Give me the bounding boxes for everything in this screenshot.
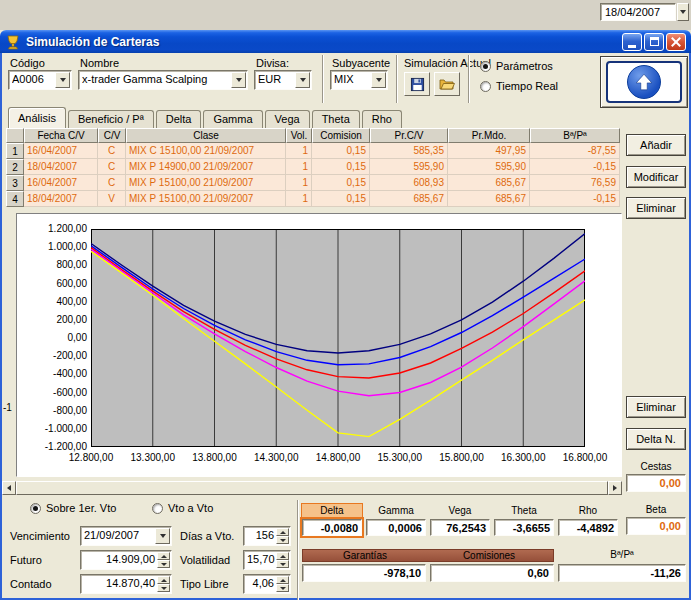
table-row[interactable]: 316/04/2007CMIX P 15100,00 21/09/200710,… [6, 175, 620, 191]
modificar-button[interactable]: Modificar [626, 166, 686, 188]
table-row[interactable]: 418/04/2007VMIX P 15100,00 21/09/200710,… [6, 191, 620, 207]
x-axis-label: 16.300,00 [492, 452, 554, 463]
chevron-down-icon[interactable] [295, 72, 310, 88]
minimize-button[interactable] [622, 33, 642, 51]
table-row[interactable]: 116/04/2007CMIX C 15100,00 21/09/200710,… [6, 143, 620, 159]
tab-rho[interactable]: Rho [362, 110, 402, 128]
spin-down-button[interactable] [157, 584, 170, 592]
cestas-label: Cestas [626, 461, 686, 472]
table-cell: 16/04/2007 [24, 175, 98, 191]
table-row[interactable]: 218/04/2007CMIX P 14900,00 21/09/200710,… [6, 159, 620, 175]
vega-column: Vega76,2543 [430, 504, 490, 536]
row-number-cell: 4 [6, 191, 24, 207]
vencimiento-combo[interactable]: 21/09/2007 [80, 526, 172, 546]
tab-delta[interactable]: Delta [156, 110, 202, 128]
greeks-row: Delta-0,0080Gamma0,0006Vega76,2543Theta-… [302, 504, 622, 536]
volatilidad-spinner[interactable]: 15,70 [243, 550, 291, 570]
date-dropdown-button[interactable] [677, 3, 689, 21]
open-simulation-button[interactable] [434, 72, 460, 96]
chevron-down-icon[interactable] [231, 72, 246, 88]
tipo-libre-label: Tipo Libre [180, 578, 229, 590]
nombre-combo[interactable]: x-trader Gamma Scalping [78, 70, 248, 90]
dias-a-vto-label: Días a Vto. [180, 530, 234, 542]
chevron-down-icon[interactable] [371, 72, 386, 88]
table-header-cell: Vol. [286, 128, 312, 143]
horizontal-scrollbar[interactable] [2, 481, 622, 495]
eliminar-curve-button[interactable]: Eliminar [626, 396, 686, 418]
table-cell: 1 [286, 143, 312, 159]
x-axis-label: 14.300,00 [245, 452, 307, 463]
spin-up-button[interactable] [157, 576, 170, 584]
chevron-down-icon[interactable] [55, 72, 70, 88]
subyacente-combo[interactable]: MIX [330, 70, 388, 90]
spin-up-button[interactable] [276, 552, 289, 560]
vega-value-field: 76,2543 [430, 519, 490, 536]
garantias-value-field: -978,10 [302, 564, 426, 582]
vencimiento-label: Vencimiento [10, 530, 70, 542]
table-cell: 18/04/2007 [24, 191, 98, 207]
x-axis-label: 16.800,00 [554, 452, 616, 463]
tab-gamma[interactable]: Gamma [203, 110, 262, 128]
contado-spinner[interactable]: 14.870,40 [80, 574, 172, 594]
subyacente-label: Subyacente [332, 57, 390, 69]
delta-column: Delta-0,0080 [302, 504, 362, 536]
delta-n-button[interactable]: Delta N. [626, 428, 686, 450]
close-button[interactable] [666, 33, 686, 51]
rho-column: Rho-4,4892 [558, 504, 618, 536]
y-axis-label: 1.000,00 [19, 241, 87, 252]
gamma-label: Gamma [366, 504, 426, 517]
x-axis-label: 14.800,00 [307, 452, 369, 463]
gamma-value-field: 0,0006 [366, 519, 426, 536]
eliminar-button[interactable]: Eliminar [626, 197, 686, 219]
title-bar[interactable]: Simulación de Carteras [0, 30, 691, 53]
scroll-right-button[interactable] [608, 481, 622, 495]
radio-sobre-1er-vto[interactable]: Sobre 1er. Vto [30, 502, 116, 514]
radio-vto-a-vto[interactable]: Vto a Vto [152, 502, 213, 514]
table-header-cell: Fecha C/V [24, 128, 98, 143]
spin-up-button[interactable] [157, 552, 170, 560]
chart-side-index: -1 [3, 402, 12, 413]
simulacion-actual-label: Simulación Actual [404, 57, 491, 69]
table-cell: 1 [286, 191, 312, 207]
tab-beneficio-p[interactable]: Beneficio / Pª [68, 110, 154, 128]
anadir-button[interactable]: Añadir [626, 134, 686, 156]
scroll-left-button[interactable] [2, 481, 16, 495]
table-cell: 0,15 [312, 191, 370, 207]
table-cell: MIX C 15100,00 21/09/2007 [126, 143, 286, 159]
beta-value-field: 0,00 [626, 517, 686, 535]
tab-theta[interactable]: Theta [312, 110, 360, 128]
app-window: Simulación de Carteras Código A0006 Nomb… [0, 30, 691, 600]
spin-up-button[interactable] [276, 576, 289, 584]
table-cell: 1 [286, 175, 312, 191]
spin-up-button[interactable] [276, 528, 289, 536]
positions-table: Fecha C/VC/VClaseVol.ComisionPr.C/VPr.Md… [6, 128, 620, 207]
date-field[interactable]: 18/04/2007 [600, 3, 676, 21]
nombre-label: Nombre [80, 57, 119, 69]
codigo-combo[interactable]: A0006 [8, 70, 72, 90]
save-simulation-button[interactable] [404, 72, 430, 96]
table-cell: 1 [286, 159, 312, 175]
tipo-libre-spinner[interactable]: 4,06 [243, 574, 291, 594]
radio-button-icon [30, 503, 41, 514]
spin-down-button[interactable] [157, 560, 170, 568]
radio-tiempo-real[interactable]: Tiempo Real [480, 80, 558, 92]
dias-a-vto-spinner[interactable]: 156 [243, 526, 291, 546]
radio-parametros[interactable]: Parámetros [480, 60, 553, 72]
table-cell: V [98, 191, 126, 207]
tab-vega[interactable]: Vega [265, 110, 310, 128]
table-cell: -0,15 [530, 191, 620, 207]
codigo-label: Código [10, 57, 45, 69]
maximize-button[interactable] [644, 33, 664, 51]
spin-down-button[interactable] [276, 536, 289, 544]
futuro-spinner[interactable]: 14.909,00 [80, 550, 172, 570]
scrollbar-thumb[interactable] [16, 481, 608, 495]
spin-down-button[interactable] [276, 560, 289, 568]
totals-header-band: Garantías Comisiones [302, 549, 554, 562]
radio-button-icon [480, 81, 491, 92]
tab-an-lisis[interactable]: Análisis [8, 107, 66, 128]
table-cell: 685,67 [448, 175, 530, 191]
execute-simulation-button[interactable] [600, 56, 688, 108]
divisa-combo[interactable]: EUR [254, 70, 312, 90]
chevron-down-icon[interactable] [155, 528, 170, 544]
spin-down-button[interactable] [276, 584, 289, 592]
